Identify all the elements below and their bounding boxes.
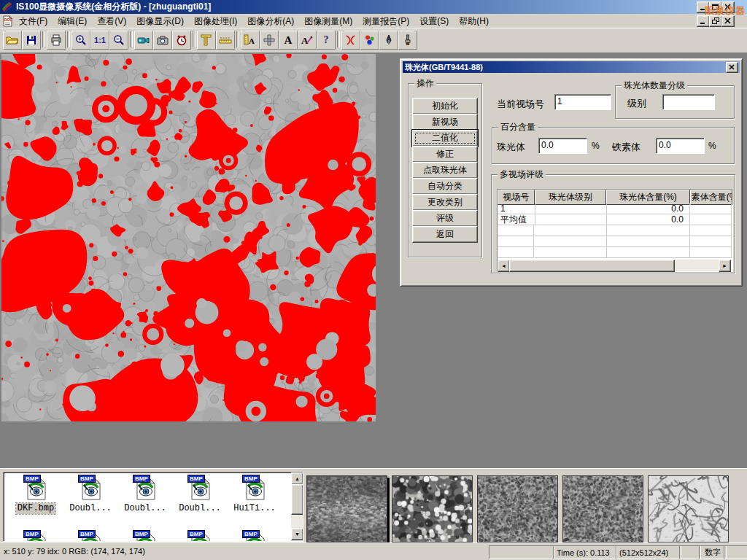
bmp-badge: BMP: [78, 530, 96, 538]
bmp-badge: BMP: [23, 475, 41, 483]
file-list-vscrollbar[interactable]: ▲ ▼: [291, 472, 303, 541]
file-item-partial[interactable]: BMP: [174, 532, 226, 542]
print-button[interactable]: [47, 31, 66, 50]
menu-measure-report[interactable]: 测量报告(P): [357, 15, 414, 28]
file-name[interactable]: HuiTi...: [232, 503, 277, 514]
grid-cross-button[interactable]: [260, 31, 279, 50]
correct-button[interactable]: 修正: [412, 146, 478, 163]
status-panel-empty: [724, 545, 747, 559]
bmp-file-icon: BMP: [187, 476, 212, 500]
pearlite-dialog: 珠光体(GB/T9441-88) 操作 初始化 新视场 二值化 修正 点取珠光体…: [400, 58, 743, 287]
zoom-in-button[interactable]: [71, 31, 90, 50]
caliper-button[interactable]: [197, 31, 216, 50]
file-name[interactable]: Doubl...: [68, 503, 113, 514]
menu-help[interactable]: 帮助(H): [454, 15, 494, 28]
text-button[interactable]: A: [279, 31, 298, 50]
file-name[interactable]: Doubl...: [123, 503, 168, 514]
scroll-up-button[interactable]: ▲: [291, 472, 303, 485]
thumbnail-5[interactable]: [648, 475, 729, 542]
menu-edit[interactable]: 编辑(E): [53, 15, 92, 28]
menu-view[interactable]: 查看(V): [92, 15, 131, 28]
current-field-label: 当前视场号: [497, 98, 544, 111]
scroll-thumb[interactable]: [509, 260, 675, 272]
menu-image-analysis[interactable]: 图像分析(A): [242, 15, 299, 28]
ruler-button[interactable]: [216, 31, 235, 50]
file-item[interactable]: BMP Doubl...: [174, 476, 226, 514]
thumbnail-3[interactable]: [477, 475, 558, 542]
file-item-partial[interactable]: BMP: [119, 532, 171, 542]
actual-size-button[interactable]: 1:1: [90, 31, 109, 50]
grading-group: 珠光体数量分级 级别: [615, 85, 735, 119]
particles-button[interactable]: [360, 31, 379, 50]
file-name[interactable]: Doubl...: [177, 503, 222, 514]
dialog-close-button[interactable]: [726, 62, 738, 73]
table-row-empty: [498, 247, 731, 258]
toolbar-separator: [42, 31, 45, 47]
scroll-right-button[interactable]: ►: [719, 260, 731, 272]
help-button[interactable]: ?: [317, 31, 336, 50]
status-bar: x: 510 y: 79 idx: 0 RGB: (174, 174, 174)…: [0, 542, 747, 560]
zoom-out-button[interactable]: [109, 31, 128, 50]
table-row[interactable]: 平均值 0.0: [498, 214, 731, 225]
timer-button[interactable]: [172, 31, 191, 50]
micrograph-image[interactable]: [1, 54, 376, 421]
cell-level: [535, 203, 607, 214]
cell-level: [535, 214, 607, 225]
menu-settings[interactable]: 设置(S): [414, 15, 454, 28]
file-item[interactable]: BMP DKF.bmp: [9, 476, 62, 514]
table-row[interactable]: 1 0.0: [498, 203, 731, 214]
scroll-thumb[interactable]: [291, 484, 303, 515]
col-pearlite-level[interactable]: 珠光体级别: [535, 190, 606, 205]
grading-group-label: 珠光体数量分级: [622, 80, 687, 90]
save-button[interactable]: [22, 31, 41, 50]
thumbnail-2[interactable]: [392, 475, 473, 542]
file-item[interactable]: BMP Doubl...: [64, 476, 117, 514]
file-item[interactable]: BMP Doubl...: [119, 476, 171, 514]
init-button[interactable]: 初始化: [412, 98, 478, 114]
pick-pearlite-button[interactable]: 点取珠光体: [412, 162, 478, 179]
file-item-partial[interactable]: BMP: [64, 532, 117, 542]
col-ferrite-content[interactable]: 铁素体含量(%): [690, 190, 732, 205]
menu-image-processing[interactable]: 图像处理(I): [189, 15, 242, 28]
auto-classify-button[interactable]: 自动分类: [412, 178, 478, 195]
ferrite-percent-input[interactable]: 0.0: [656, 138, 705, 154]
pearlite-percent-input[interactable]: 0.0: [538, 138, 587, 154]
brush-button[interactable]: [398, 31, 417, 50]
bmp-badge: BMP: [133, 530, 150, 538]
level-label: 级别: [627, 97, 646, 110]
file-item-partial[interactable]: BMP: [228, 532, 281, 542]
file-name[interactable]: DKF.bmp: [16, 503, 55, 514]
return-button[interactable]: 返回: [412, 226, 478, 243]
col-pearlite-content[interactable]: 珠光体含量(%): [606, 190, 690, 205]
open-button[interactable]: [3, 31, 22, 50]
annotate-button[interactable]: A: [298, 31, 317, 50]
curve-cut-button[interactable]: [341, 31, 360, 50]
file-item[interactable]: BMP HuiTi...: [228, 476, 281, 514]
thumbnail-4[interactable]: [562, 475, 643, 542]
camera-button[interactable]: [153, 31, 172, 50]
dialog-title-bar[interactable]: 珠光体(GB/T9441-88): [403, 61, 740, 73]
measure-text-button[interactable]: A: [241, 31, 260, 50]
table-hscrollbar[interactable]: ◄ ►: [498, 260, 731, 271]
pen-button[interactable]: [379, 31, 398, 50]
menu-image-display[interactable]: 图像显示(D): [131, 15, 189, 28]
thumbnail-1[interactable]: [306, 475, 387, 542]
new-field-button[interactable]: 新视场: [412, 114, 478, 131]
file-list[interactable]: BMP DKF.bmp BMP Doubl... BMP Doubl...: [3, 472, 303, 542]
scroll-left-button[interactable]: ◄: [498, 260, 510, 272]
title-bar[interactable]: IS100显微摄像系统(金相分析版) - [zhuguangti01]: [0, 0, 747, 14]
toolbar-separator: [337, 31, 340, 47]
binarize-button[interactable]: 二值化: [412, 130, 478, 147]
current-field-input[interactable]: 1: [554, 94, 611, 110]
svg-text:DOC: DOC: [4, 18, 13, 22]
menu-file[interactable]: 文件(F): [14, 15, 53, 28]
scroll-down-button[interactable]: ▼: [291, 528, 303, 540]
change-class-button[interactable]: 更改类别: [412, 194, 478, 211]
menu-image-measure[interactable]: 图像测量(M): [299, 15, 357, 28]
video-camera-button[interactable]: [134, 31, 153, 50]
level-input[interactable]: [662, 94, 715, 110]
toolbar-separator: [236, 31, 239, 47]
file-item-partial[interactable]: BMP: [9, 532, 62, 542]
rate-button[interactable]: 评级: [412, 210, 478, 227]
col-field-number[interactable]: 视场号: [498, 190, 535, 205]
